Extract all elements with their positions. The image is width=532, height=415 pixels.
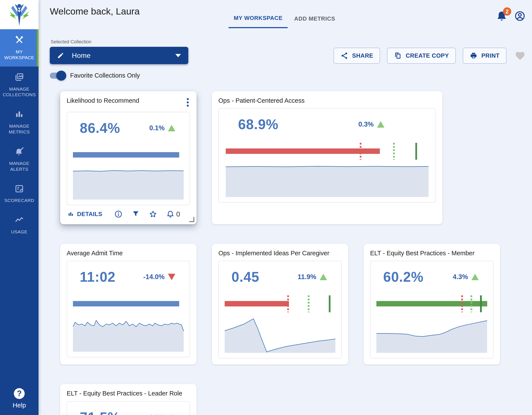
metric-card-title: Ops - Implemented Ideas Per Caregiver [218, 249, 332, 257]
trend-up-icon [168, 125, 175, 131]
metric-delta: 0.3% [358, 120, 385, 128]
copy-icon [394, 52, 402, 59]
chevron-down-icon [175, 54, 181, 57]
metric-card-title: Ops - Patient-Centered Access [218, 97, 307, 105]
metrics-icon [15, 109, 24, 120]
trend-sparkline [73, 316, 184, 352]
metric-card-ops-implemented-ideas-per-caregiver[interactable]: Ops - Implemented Ideas Per Caregiver0.4… [212, 244, 348, 365]
sidebar-item-label: USAGE [11, 229, 28, 235]
sidebar-item-label: MANAGE COLLECTIONS [2, 86, 37, 98]
toggle-knob [56, 71, 66, 81]
collection-dropdown[interactable]: Home [50, 47, 188, 64]
tab-add-metrics[interactable]: ADD METRICS [289, 10, 340, 28]
create-copy-button[interactable]: CREATE COPY [387, 48, 456, 64]
share-button[interactable]: SHARE [333, 48, 380, 64]
metric-value: 71.5% [80, 409, 120, 415]
sidebar-item-manage-alerts[interactable]: MANAGE ALERTS [0, 141, 38, 178]
trend-sparkline [226, 163, 429, 197]
metric-value: 86.4% [80, 120, 120, 136]
metric-value: 68.9% [238, 116, 278, 132]
sidebar-item-label: SCORECARD [4, 198, 34, 204]
favorites-toggle[interactable] [50, 73, 64, 79]
metric-delta-value: 4.3% [453, 273, 468, 281]
metric-card-title: ELT - Equity Best Practices - Leader Rol… [67, 389, 184, 397]
metric-card-average-admit-time[interactable]: Average Admit Time11:02-14.0% [60, 244, 197, 365]
metric-value: 0.45 [232, 269, 259, 285]
edit-pencil-icon [57, 52, 64, 59]
alerts-bell-icon[interactable]: 0 [166, 210, 180, 218]
favorite-heart-icon[interactable] [514, 50, 526, 61]
alert-count: 0 [176, 210, 180, 218]
collections-icon [15, 72, 24, 83]
notification-badge: 2 [503, 7, 511, 16]
metric-panel: 11:02-14.0% [67, 261, 190, 357]
share-icon [341, 52, 348, 59]
sidebar-item-manage-metrics[interactable]: MANAGE METRICS [0, 104, 38, 141]
collection-controls: Selected Collection Home Favorite Collec… [38, 30, 532, 79]
tools-icon [15, 35, 24, 46]
account-button[interactable] [514, 10, 525, 22]
bullet-bar [73, 152, 179, 158]
sidebar-item-label: MY WORKSPACE [2, 49, 37, 61]
bullet-chart [73, 301, 184, 306]
share-label: SHARE [352, 52, 373, 59]
trend-sparkline [73, 167, 184, 200]
metric-card-elt-equity-best-practices-member[interactable]: ELT - Equity Best Practices - Member60.2… [364, 244, 500, 365]
create-copy-label: CREATE COPY [406, 52, 449, 59]
main-content: Welcome back, Laura MY WORKSPACE ADD MET… [38, 6, 532, 415]
metric-delta-value: 1.3% [149, 414, 165, 415]
trend-sparkline [225, 316, 335, 353]
metric-value: 11:02 [80, 269, 115, 285]
details-button[interactable]: DETAILS [67, 211, 102, 217]
metric-delta: -14.0% [143, 273, 175, 281]
favorites-toggle-row: Favorite Collections Only [50, 72, 188, 79]
metric-card-elt-equity-best-practices-leader-role[interactable]: ELT - Equity Best Practices - Leader Rol… [60, 384, 197, 415]
bullet-marker-dashed [471, 295, 472, 312]
print-button[interactable]: PRINT [463, 48, 506, 64]
metric-delta-value: 0.3% [358, 120, 374, 128]
metric-delta-value: -14.0% [143, 273, 164, 281]
collection-actions: SHARE CREATE COPY PRINT [333, 48, 526, 64]
usage-icon [15, 215, 24, 226]
sidebar-item-manage-collections[interactable]: MANAGE COLLECTIONS [0, 67, 38, 104]
bullet-marker-dashed [308, 295, 310, 312]
kebab-menu-icon[interactable] [185, 97, 190, 108]
details-label: DETAILS [77, 211, 102, 217]
info-icon[interactable] [114, 210, 123, 218]
bullet-bar [73, 301, 179, 306]
metric-delta: 0.1% [149, 124, 176, 132]
trend-up-icon [377, 121, 384, 128]
favorites-toggle-label: Favorite Collections Only [70, 72, 140, 79]
collection-block: Selected Collection Home Favorite Collec… [50, 39, 188, 79]
scorecard-icon [15, 184, 24, 195]
bullet-marker-solid [329, 295, 331, 312]
metric-card-title: ELT - Equity Best Practices - Member [370, 249, 477, 257]
bullet-chart [376, 301, 487, 306]
alerts-icon [15, 147, 24, 158]
tab-my-workspace[interactable]: MY WORKSPACE [228, 10, 288, 28]
notifications-button[interactable]: 2 [496, 10, 507, 22]
bullet-bar [225, 301, 289, 306]
metric-card-ops-patient-centered-access[interactable]: Ops - Patient-Centered Access68.9%0.3% [212, 91, 442, 224]
metric-value: 60.2% [383, 269, 424, 285]
bullet-marker-dashed [360, 143, 361, 160]
resize-handle[interactable] [189, 217, 194, 222]
sidebar-item-help[interactable]: ? Help [0, 388, 38, 415]
metric-delta: 11.9% [298, 273, 327, 281]
bullet-chart [73, 152, 184, 158]
sidebar-item-usage[interactable]: USAGE [0, 209, 38, 241]
sidebar-item-my-workspace[interactable]: MY WORKSPACE [0, 29, 38, 67]
sidebar-item-scorecard[interactable]: SCORECARD [0, 178, 38, 209]
star-icon[interactable] [149, 210, 157, 218]
metric-panel: 60.2%4.3% [370, 261, 494, 358]
filter-icon[interactable] [132, 210, 140, 218]
account-icon [514, 10, 525, 22]
print-icon [470, 52, 477, 59]
brand-logo[interactable] [0, 0, 38, 29]
trend-sparkline [376, 316, 487, 353]
metric-card-likelihood-to-recommend[interactable]: Likelihood to Recommend86.4%0.1%DETAILS0 [60, 91, 197, 224]
card-footer: DETAILS0 [67, 210, 190, 218]
sidebar-item-label: MANAGE METRICS [2, 123, 37, 135]
bullet-marker-dashed [461, 295, 463, 312]
sidebar-nav: MY WORKSPACEMANAGE COLLECTIONSMANAGE MET… [0, 29, 38, 241]
